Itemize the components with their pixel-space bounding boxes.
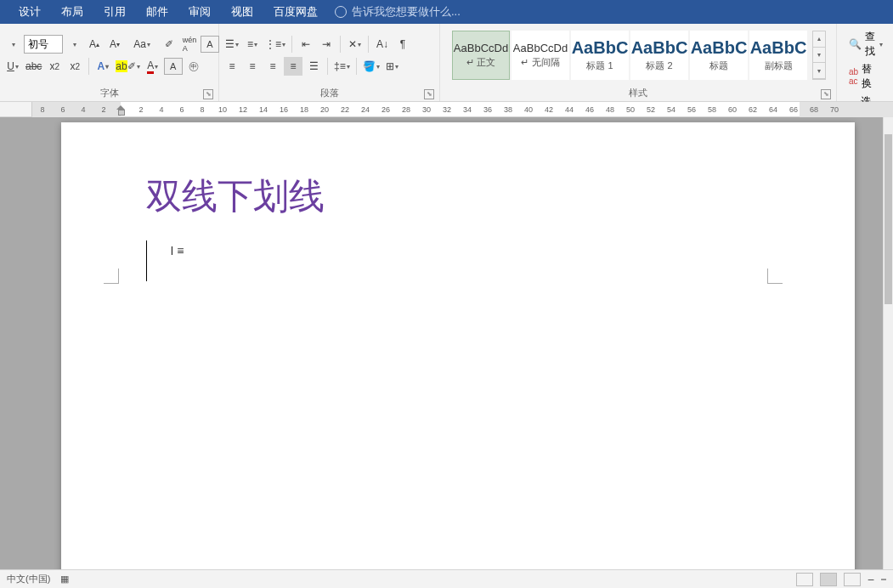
increase-indent-button[interactable]: ⇥ [317,35,336,54]
character-shading-button[interactable]: A [164,58,183,75]
borders-button[interactable]: ⊞▾ [383,57,402,76]
bullets-button[interactable]: ☰▾ [223,35,241,54]
ruler-tick: 58 [708,105,716,114]
ruler-tick: 36 [483,105,492,114]
ruler-tick: 4 [159,105,163,114]
character-border-button[interactable]: A [201,36,219,53]
ruler-tick: 46 [585,105,594,114]
page[interactable]: 双线下划线 I ≡ [61,122,855,569]
asian-layout-button[interactable]: ✕▾ [345,35,364,54]
ruler-tick: 14 [259,105,268,114]
font-size-combo[interactable] [24,35,63,54]
tell-me-search[interactable]: 告诉我您想要做什么... [335,4,461,20]
underline-button[interactable]: U▾ [3,57,22,76]
line-spacing-button[interactable]: ‡≡▾ [332,57,352,76]
ruler-tick: 66 [789,105,798,114]
ruler-tick: 62 [749,105,757,114]
ruler-tick: 6 [60,105,65,114]
numbering-button[interactable]: ≡▾ [243,35,262,54]
macro-icon[interactable]: ▦ [60,574,69,585]
font-group-label: 字体⬊ [3,85,215,101]
ibeam-icon: I ≡ [171,244,184,257]
ruler-tick: 2 [101,105,105,114]
styles-scroll: ▴ ▾ ▾ [812,31,826,80]
distribute-button[interactable]: ☰ [304,57,323,76]
menu-layout[interactable]: 布局 [51,0,93,24]
styles-scroll-down[interactable]: ▾ [813,48,825,64]
subscript-button[interactable]: x2 [45,57,64,76]
style-heading2[interactable]: AaBbC标题 2 [630,31,688,80]
styles-scroll-up[interactable]: ▴ [813,31,825,48]
document-area: 双线下划线 I ≡ [0,117,893,569]
ruler-tick: 6 [179,105,184,114]
separator [356,58,357,75]
tell-me-placeholder: 告诉我您想要做什么... [352,4,461,20]
ruler-tick: 16 [280,105,288,114]
read-mode-button[interactable] [796,573,813,586]
font-family-dropdown[interactable]: ▾ [3,35,22,54]
style-subtitle[interactable]: AaBbC副标题 [749,31,807,80]
menu-design[interactable]: 设计 [8,0,51,24]
show-marks-button[interactable]: ¶ [393,35,412,54]
multilevel-list-button[interactable]: ⋮≡▾ [263,35,287,54]
menu-view[interactable]: 视图 [221,0,263,24]
font-dialog-launcher[interactable]: ⬊ [203,89,213,99]
replace-button[interactable]: abac替换 [847,61,883,92]
menu-references[interactable]: 引用 [93,0,136,24]
change-case-button[interactable]: Aa▾ [133,35,151,54]
menu-review[interactable]: 审阅 [178,0,221,24]
document-text[interactable]: 双线下划线 [146,173,770,220]
sort-button[interactable]: A↓ [373,35,392,54]
font-color-button[interactable]: A▾ [144,57,162,76]
web-layout-button[interactable] [844,573,861,586]
horizontal-ruler[interactable]: 8 6 4 2 24681012141618202224262830323436… [0,102,893,117]
tab-selector[interactable] [0,102,32,116]
superscript-button[interactable]: x2 [65,57,84,76]
style-no-spacing[interactable]: AaBbCcDd↵ 无间隔 [511,31,569,80]
find-button[interactable]: 🔍查找▾ [847,29,883,59]
strikethrough-button[interactable]: abc [24,57,43,76]
decrease-indent-button[interactable]: ⇤ [297,35,315,54]
styles-dialog-launcher[interactable]: ⬊ [821,89,831,99]
menu-baidu-netdisk[interactable]: 百度网盘 [263,0,328,24]
zoom-out-button[interactable]: − [868,573,874,586]
highlight-button[interactable]: ab✐▾ [114,57,141,76]
vertical-scrollbar[interactable] [883,117,893,569]
separator [291,36,292,53]
ruler-tick: 64 [769,105,777,114]
style-title[interactable]: AaBbC标题 [690,31,748,80]
ruler-tick: 40 [524,105,533,114]
style-normal[interactable]: AaBbCcDd↵ 正文 [452,31,510,80]
ruler-tick: 56 [687,105,696,114]
grow-font-button[interactable]: A▴ [85,35,104,54]
paragraph-group-label: 段落⬊ [223,85,436,101]
align-right-button[interactable]: ≡ [263,57,282,76]
clear-formatting-button[interactable]: ✐ [160,35,178,54]
align-center-button[interactable]: ≡ [243,57,262,76]
menu-mailings[interactable]: 邮件 [136,0,178,24]
ruler-tick: 38 [504,105,512,114]
shrink-font-button[interactable]: A▾ [105,35,124,54]
paragraph-dialog-launcher[interactable]: ⬊ [424,89,434,99]
zoom-slider[interactable] [881,579,886,580]
ruler-tick: 42 [545,105,553,114]
phonetic-guide-button[interactable]: wénA [180,35,199,54]
language-status[interactable]: 中文(中国) [7,573,50,585]
ruler-tick: 32 [443,105,451,114]
text-effects-button[interactable]: A▾ [93,57,112,76]
menubar: 设计 布局 引用 邮件 审阅 视图 百度网盘 告诉我您想要做什么... [0,0,893,24]
align-left-button[interactable]: ≡ [223,57,241,76]
enclose-characters-button[interactable]: ㊥ [184,57,203,76]
indent-marker[interactable] [116,105,125,114]
ruler-tick: 2 [138,105,143,114]
font-size-dd[interactable]: ▾ [65,35,83,54]
scrollbar-thumb[interactable] [885,134,892,304]
styles-group-label: 样式⬊ [444,85,833,101]
align-justify-button[interactable]: ≡ [284,57,302,76]
ruler-tick: 18 [300,105,308,114]
style-heading1[interactable]: AaBbC标题 1 [571,31,629,80]
styles-expand[interactable]: ▾ [813,63,825,79]
print-layout-button[interactable] [820,573,837,586]
shading-button[interactable]: 🪣▾ [361,57,382,76]
ruler-left-margin: 8 6 4 2 [32,102,121,117]
